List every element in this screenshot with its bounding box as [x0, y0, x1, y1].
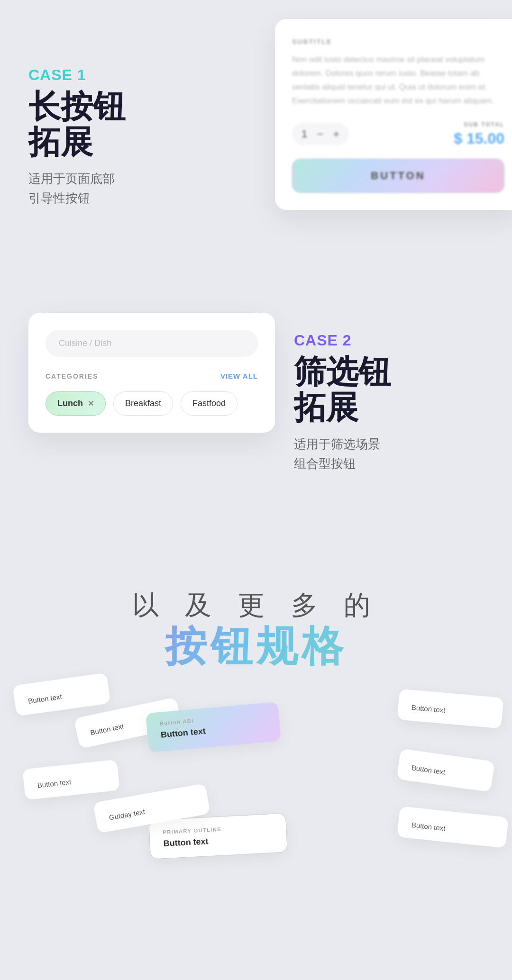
search-bar[interactable]: Cuisine / Dish [46, 330, 258, 357]
case1-text: CASE 1 长按钮 拓展 适用于页面底部 引导性按钮 [28, 38, 180, 209]
section-3: 以 及 更 多 的 按钮规格 Button text Button text B… [0, 559, 512, 916]
filter-chips: Lunch ✕ Breakfast Fastfood [46, 391, 258, 416]
quantity-control[interactable]: 1 − + [292, 123, 349, 145]
section-1: CASE 1 长按钮 拓展 适用于页面底部 引导性按钮 SUBTITLE Non… [0, 0, 512, 284]
view-all-button[interactable]: VIEW ALL [220, 372, 258, 380]
filter-chip-lunch[interactable]: Lunch ✕ [46, 391, 106, 416]
categories-label: CATEGORIES [46, 372, 99, 380]
sc-btn-r1: Button text [411, 703, 489, 718]
scatter-card-r2: Button text [396, 748, 494, 792]
sc-btn-1: Button text [27, 688, 96, 705]
chip-label-fastfood: Fastfood [192, 399, 226, 408]
product-card: SUBTITLE Non odit iusto detectus maxime … [275, 19, 512, 210]
qty-plus-button[interactable]: + [333, 127, 339, 141]
case2-text: CASE 2 筛选钮 拓展 适用于筛选场景 组合型按钮 [294, 313, 391, 474]
chip-label-lunch: Lunch [57, 399, 83, 408]
case1-card-container: SUBTITLE Non odit iusto detectus maxime … [275, 19, 512, 210]
price-section: SUB TOTAL $ 15.00 [454, 121, 504, 147]
card-tag: SUBTITLE [292, 38, 504, 45]
sc-btn-r2: Button text [411, 763, 480, 781]
case2-title: 筛选钮 拓展 [294, 354, 391, 425]
main-action-button[interactable]: BUTTON [292, 159, 504, 193]
case2-label: CASE 2 [294, 332, 391, 349]
sc-btn-3: Button text [37, 774, 106, 789]
case1-desc: 适用于页面底部 引导性按钮 [28, 169, 180, 209]
card-bottom: 1 − + SUB TOTAL $ 15.00 [292, 121, 504, 147]
product-card-inner: SUBTITLE Non odit iusto detectus maxime … [292, 38, 504, 193]
case2-desc: 适用于筛选场景 组合型按钮 [294, 435, 391, 474]
filter-card: Cuisine / Dish CATEGORIES VIEW ALL Lunch… [28, 313, 275, 433]
categories-header: CATEGORIES VIEW ALL [46, 372, 258, 380]
headline-text: 以 及 更 多 的 [0, 588, 512, 624]
section3-headline: 以 及 更 多 的 按钮规格 [0, 588, 512, 670]
headline-big: 按钮规格 [0, 624, 512, 670]
quantity-number: 1 [302, 128, 307, 140]
section-2: Cuisine / Dish CATEGORIES VIEW ALL Lunch… [0, 284, 512, 559]
cards-scatter: Button text Button text Button text Butt… [0, 670, 512, 916]
sub-total-label: SUB TOTAL [454, 121, 504, 128]
qty-minus-button[interactable]: − [317, 127, 323, 141]
scatter-card-1: Button text [12, 672, 110, 716]
case1-label: CASE 1 [28, 66, 180, 84]
filter-chip-fastfood[interactable]: Fastfood [181, 391, 238, 416]
case1-title: 长按钮 拓展 [28, 89, 180, 160]
sc-label-primary-outline: PRIMARY OUTLINE [163, 824, 273, 835]
sc-btn-4: Gutday text [109, 799, 196, 822]
filter-chip-breakfast[interactable]: Breakfast [113, 391, 173, 416]
price-value: $ 15.00 [454, 130, 504, 147]
sc-btn-primary-outline: Button text [163, 833, 274, 849]
card-description: Non odit iusto detectus maxime sit place… [292, 53, 504, 108]
scatter-card-r3: Button text [397, 806, 509, 848]
scatter-card-3: Button text [22, 760, 120, 800]
scatter-card-r1: Button text [397, 689, 504, 728]
chip-close-lunch[interactable]: ✕ [88, 399, 94, 408]
sc-btn-r3: Button text [411, 821, 494, 837]
chip-label-breakfast: Breakfast [125, 399, 161, 408]
